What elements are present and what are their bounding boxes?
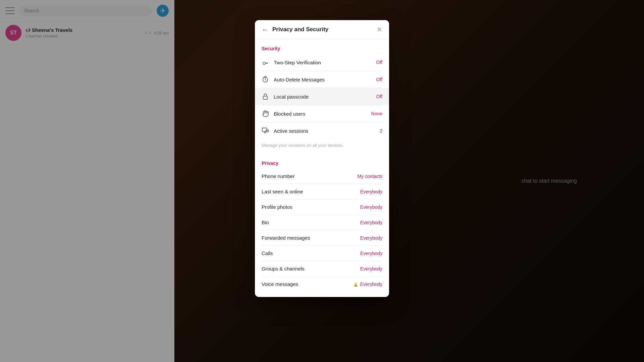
item-label-last-seen: Last seen & online — [262, 189, 356, 194]
item-label-forwarded-messages: Forwarded messages — [262, 235, 356, 241]
svg-point-0 — [263, 62, 265, 64]
item-value-local-passcode: Off — [376, 94, 382, 99]
item-value-two-step: Off — [376, 60, 382, 65]
item-label-phone-number: Phone number — [262, 173, 353, 179]
settings-item-local-passcode[interactable]: Local passcode Off — [255, 88, 389, 105]
item-value-last-seen: Everybody — [360, 189, 382, 194]
modal-body[interactable]: Security Two-Step Verification Off — [255, 39, 389, 297]
item-value-forwarded-messages: Everybody — [360, 235, 382, 241]
settings-item-calls[interactable]: Calls Everybody — [255, 246, 389, 261]
item-value-profile-photos: Everybody — [360, 204, 382, 210]
settings-item-phone-number[interactable]: Phone number My contacts — [255, 169, 389, 184]
item-value-blocked-users: None — [371, 111, 382, 116]
settings-item-last-seen[interactable]: Last seen & online Everybody — [255, 184, 389, 199]
modal-header: ← Privacy and Security ✕ — [255, 20, 389, 39]
item-label-groups-channels: Groups & channels — [262, 266, 356, 272]
item-label-blocked-users: Blocked users — [274, 111, 367, 117]
privacy-security-modal: ← Privacy and Security ✕ Security Two-St… — [255, 20, 389, 297]
item-label-bio: Bio — [262, 220, 356, 225]
settings-item-blocked-users[interactable]: Blocked users None — [255, 105, 389, 122]
modal-back-button[interactable]: ← — [262, 26, 268, 34]
item-label-active-sessions: Active sessions — [274, 128, 375, 134]
modal-overlay: ← Privacy and Security ✕ Security Two-St… — [0, 0, 644, 362]
svg-rect-3 — [262, 128, 267, 132]
item-label-voice-messages: Voice messages — [262, 281, 348, 287]
monitor-icon — [262, 127, 269, 134]
settings-item-auto-delete[interactable]: Auto-Delete Messages Off — [255, 71, 389, 88]
item-value-calls: Everybody — [360, 251, 382, 256]
key-icon — [262, 59, 269, 66]
item-label-auto-delete: Auto-Delete Messages — [274, 77, 372, 82]
item-label-local-passcode: Local passcode — [274, 94, 372, 100]
settings-item-bio[interactable]: Bio Everybody — [255, 215, 389, 230]
hand-icon — [262, 110, 269, 117]
svg-rect-2 — [263, 96, 268, 99]
item-value-bio: Everybody — [360, 220, 382, 225]
item-value-voice-messages: 🔒 Everybody — [353, 282, 382, 287]
item-label-two-step: Two-Step Verification — [274, 60, 372, 65]
section-heading-security: Security — [255, 39, 389, 54]
security-section-description: Manage your sessions on all your devices… — [255, 139, 389, 154]
item-value-active-sessions: 2 — [380, 128, 382, 133]
lock-badge-icon: 🔒 — [353, 282, 358, 287]
settings-item-two-step-verification[interactable]: Two-Step Verification Off — [255, 54, 389, 71]
settings-item-groups-channels[interactable]: Groups & channels Everybody — [255, 261, 389, 276]
timer-icon — [262, 76, 269, 83]
settings-item-forwarded-messages[interactable]: Forwarded messages Everybody — [255, 230, 389, 245]
item-value-auto-delete: Off — [376, 77, 382, 82]
lock-icon — [262, 93, 269, 100]
modal-close-button[interactable]: ✕ — [377, 25, 382, 34]
settings-item-voice-messages[interactable]: Voice messages 🔒 Everybody — [255, 277, 389, 292]
modal-title: Privacy and Security — [272, 26, 373, 33]
settings-item-active-sessions[interactable]: Active sessions 2 — [255, 122, 389, 139]
item-value-phone-number: My contacts — [357, 174, 382, 179]
section-heading-privacy: Privacy — [255, 154, 389, 169]
item-label-calls: Calls — [262, 250, 356, 256]
item-label-profile-photos: Profile photos — [262, 204, 356, 210]
settings-item-profile-photos[interactable]: Profile photos Everybody — [255, 199, 389, 215]
item-value-groups-channels: Everybody — [360, 266, 382, 272]
